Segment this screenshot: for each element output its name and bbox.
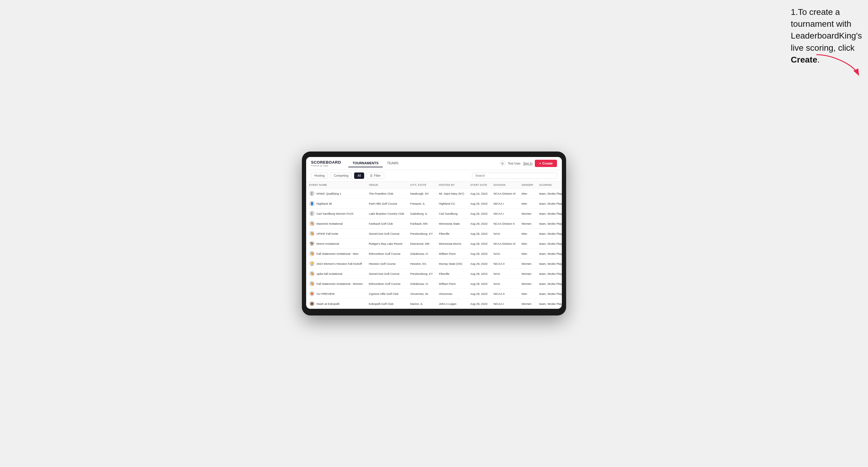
event-name-7: 2023 Women's Hesston Fall Kickoff [316, 262, 362, 266]
event-name-10: VU PREVIEW [316, 292, 335, 295]
table-container: EVENT NAME VENUE CITY, STATE HOSTED BY S… [306, 182, 562, 309]
cell-event-name-2: 🏌 Carl Sandburg Women FA23 [306, 209, 366, 219]
event-icon-8: 🐴 [309, 271, 315, 276]
event-name-11: Klash at Kokopelli [316, 302, 340, 306]
event-icon-6: 🐴 [309, 251, 315, 256]
create-button[interactable]: + Create [535, 160, 557, 167]
cell-date-11: Aug 28, 2023 [467, 299, 491, 309]
cell-hosted-1: Highland CC [436, 198, 467, 209]
logo-sub: Powered by Clippt [311, 164, 341, 167]
cell-event-name-3: 🐴 Maverick Invitational [306, 219, 366, 229]
cell-scoring-9: team, Stroke Play [536, 279, 562, 289]
cell-date-7: Aug 28, 2023 [467, 259, 491, 269]
cell-gender-8: Women [519, 269, 536, 279]
col-scoring: SCORING [536, 182, 562, 189]
filter-icon-btn[interactable]: ☰ Filter [367, 173, 384, 179]
cell-event-name-1: 👤 Highland 36 [306, 198, 366, 209]
nav-tabs: TOURNAMENTS TEAMS [348, 159, 403, 167]
cell-event-name-7: 🏆 2023 Women's Hesston Fall Kickoff [306, 259, 366, 269]
cell-gender-0: Men [519, 189, 536, 198]
cell-venue-11: Kokopelli Golf Club [366, 299, 407, 309]
cell-gender-9: Women [519, 279, 536, 289]
cell-venue-6: Edmundson Golf Course [366, 249, 407, 259]
cell-hosted-0: Mt. Saint Mary (NY) [436, 189, 467, 198]
search-input[interactable] [472, 173, 557, 179]
event-icon-9: 🐴 [309, 281, 315, 286]
cell-division-7: NICAA II [491, 259, 519, 269]
cell-hosted-10: Vincennes [436, 289, 467, 299]
filter-label: Filter [374, 174, 380, 177]
cell-city-8: Prestonsburg, KY [407, 269, 436, 279]
sign-in-label[interactable]: Sign In [523, 162, 532, 165]
cell-city-2: Galesburg, IL [407, 209, 436, 219]
event-icon-2: 🏌 [309, 211, 315, 216]
cell-event-name-4: 🐴 UPIKE Fall Invite [306, 229, 366, 239]
filter-icon: ☰ [370, 174, 373, 177]
col-gender: GENDER [519, 182, 536, 189]
cell-scoring-8: team, Stroke Play [536, 269, 562, 279]
event-icon-7: 🏆 [309, 261, 315, 266]
cell-venue-10: Cypress Hills Golf Club [366, 289, 407, 299]
event-name-1: Highland 36 [316, 202, 332, 205]
competing-filter-btn[interactable]: Competing [331, 173, 352, 179]
event-name-9: Fall Statesmen Invitational - Women [316, 282, 363, 285]
cell-event-name-0: 🏌 MSMC Qualifying 1 [306, 189, 366, 198]
annotation-text: 1.To create a tournament with Leaderboar… [791, 6, 862, 66]
cell-event-name-6: 🐴 Fall Statesmen Invitational - Men [306, 249, 366, 259]
logo-text: SCOREBOARD [311, 160, 341, 164]
create-plus: + [539, 161, 541, 165]
cell-city-9: Oskaloosa, IA [407, 279, 436, 289]
cell-gender-10: Men [519, 289, 536, 299]
hosting-filter-btn[interactable]: Hosting [311, 173, 328, 179]
cell-hosted-4: Pikeville [436, 229, 467, 239]
cell-scoring-11: team, Stroke Play [536, 299, 562, 309]
cell-scoring-0: team, Stroke Play [536, 189, 562, 198]
cell-hosted-8: Pikeville [436, 269, 467, 279]
cell-division-10: NICAA II [491, 289, 519, 299]
filter-bar: Hosting Competing All ☰ Filter [306, 170, 562, 182]
cell-gender-4: Men [519, 229, 536, 239]
cell-division-4: NAIA [491, 229, 519, 239]
user-label: Test User [508, 162, 521, 165]
event-name-2: Carl Sandburg Women FA23 [316, 212, 353, 215]
cell-division-11: NICAA I [491, 299, 519, 309]
cell-event-name-9: 🐴 Fall Statesmen Invitational - Women [306, 279, 366, 289]
cell-venue-0: The Powelton Club [366, 189, 407, 198]
nav-tab-teams[interactable]: TEAMS [383, 159, 403, 167]
col-hosted: HOSTED BY [436, 182, 467, 189]
table-row: 🐴 UPIKE Fall Invite StoneCrest Golf Cour… [306, 229, 562, 239]
cell-gender-7: Women [519, 259, 536, 269]
event-icon-0: 🏌 [309, 191, 315, 196]
tablet-frame: SCOREBOARD Powered by Clippt TOURNAMENTS… [302, 152, 566, 315]
cell-scoring-6: team, Stroke Play [536, 249, 562, 259]
annotation-cta: Create [791, 55, 817, 64]
cell-scoring-3: team, Stroke Play [536, 219, 562, 229]
settings-icon[interactable]: ⚙ [500, 161, 505, 166]
all-filter-btn[interactable]: All [354, 173, 364, 179]
cell-gender-5: Men [519, 239, 536, 249]
cell-division-6: NAIA [491, 249, 519, 259]
cell-gender-2: Women [519, 209, 536, 219]
cell-event-name-10: 🦊 VU PREVIEW [306, 289, 366, 299]
cell-venue-4: StoneCrest Golf Course [366, 229, 407, 239]
cell-venue-2: Lake Bracken Country Club [366, 209, 407, 219]
cell-city-7: Hesston, KS [407, 259, 436, 269]
cell-hosted-11: John A Logan [436, 299, 467, 309]
cell-venue-3: Faribault Golf Club [366, 219, 407, 229]
annotation-suffix: . [817, 55, 820, 64]
annotation-line3: LeaderboardKing's [791, 31, 862, 40]
cell-hosted-3: Minnesota State [436, 219, 467, 229]
cell-gender-1: Men [519, 198, 536, 209]
event-icon-11: 🐻 [309, 301, 315, 306]
col-venue: VENUE [366, 182, 407, 189]
annotation-line2: tournament with [791, 19, 851, 29]
col-event-name: EVENT NAME [306, 182, 366, 189]
cell-date-0: Aug 24, 2023 [467, 189, 491, 198]
cell-city-1: Freeport, IL [407, 198, 436, 209]
top-nav: SCOREBOARD Powered by Clippt TOURNAMENTS… [306, 157, 562, 170]
cell-division-1: NICAA I [491, 198, 519, 209]
cell-city-0: Newburgh, NY [407, 189, 436, 198]
nav-tab-tournaments[interactable]: TOURNAMENTS [348, 159, 383, 167]
table-row: 🐴 Maverick Invitational Faribault Golf C… [306, 219, 562, 229]
cell-venue-1: Park Hills Golf Course [366, 198, 407, 209]
